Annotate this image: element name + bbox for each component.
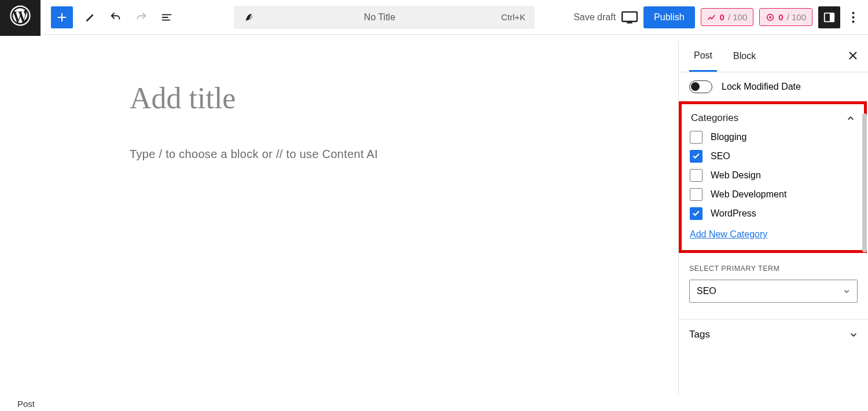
sidebar-toggle-button[interactable] bbox=[818, 6, 840, 28]
tags-title: Tags bbox=[689, 329, 710, 340]
categories-title: Categories bbox=[691, 112, 738, 124]
post-title-input[interactable]: Add title bbox=[130, 81, 562, 115]
categories-header[interactable]: Categories bbox=[690, 111, 856, 131]
seo-score-pill-2[interactable]: 0 / 100 bbox=[759, 8, 812, 26]
top-toolbar: No Title Ctrl+K Save draft Publish 0 / 1… bbox=[0, 0, 868, 35]
wordpress-icon bbox=[10, 5, 31, 26]
category-item[interactable]: Blogging bbox=[690, 131, 856, 144]
panel-icon bbox=[823, 11, 836, 24]
editor-canvas[interactable]: Add title Type / to choose a block or //… bbox=[6, 41, 678, 395]
primary-term-value: SEO bbox=[697, 286, 716, 296]
primary-term-select[interactable]: SEO bbox=[689, 280, 858, 303]
category-label: Web Design bbox=[711, 170, 761, 181]
score-value: 0 bbox=[778, 12, 783, 22]
publish-button[interactable]: Publish bbox=[643, 6, 694, 28]
svg-point-8 bbox=[852, 20, 854, 23]
feather-icon bbox=[243, 12, 253, 23]
document-overview-button[interactable] bbox=[155, 6, 178, 29]
breadcrumb[interactable]: Post bbox=[17, 396, 35, 411]
category-checkbox[interactable] bbox=[690, 169, 703, 182]
category-item[interactable]: WordPress bbox=[690, 207, 856, 220]
redo-button[interactable] bbox=[130, 6, 153, 29]
categories-panel-highlighted: Categories BloggingSEOWeb DesignWeb Deve… bbox=[679, 101, 867, 253]
category-item[interactable]: SEO bbox=[690, 150, 856, 163]
seo-score-pill-1[interactable]: 0 / 100 bbox=[701, 8, 754, 26]
sidebar-tabs: Post Block bbox=[679, 41, 868, 72]
primary-term-section: SELECT PRIMARY TERM SEO bbox=[679, 253, 868, 320]
category-checkbox[interactable] bbox=[690, 207, 703, 220]
command-shortcut: Ctrl+K bbox=[501, 12, 525, 22]
category-item[interactable]: Web Development bbox=[690, 188, 856, 201]
undo-button[interactable] bbox=[104, 6, 127, 29]
chevron-up-icon bbox=[847, 114, 855, 122]
category-item[interactable]: Web Design bbox=[690, 169, 856, 182]
svg-rect-5 bbox=[830, 13, 834, 21]
close-sidebar-button[interactable] bbox=[848, 50, 858, 63]
sidebar-scrollbar[interactable] bbox=[862, 113, 867, 252]
category-label: Web Development bbox=[711, 189, 786, 200]
post-body-placeholder[interactable]: Type / to choose a block or // to use Co… bbox=[130, 148, 562, 161]
lock-modified-toggle[interactable] bbox=[689, 80, 712, 93]
save-draft-button[interactable]: Save draft bbox=[573, 12, 616, 23]
score-value: 0 bbox=[720, 12, 724, 22]
lock-modified-label: Lock Modified Date bbox=[722, 82, 801, 92]
category-checkbox[interactable] bbox=[690, 150, 703, 163]
toolbar-left-group bbox=[41, 6, 178, 29]
toggle-knob bbox=[691, 82, 700, 91]
chevron-down-icon bbox=[849, 331, 858, 339]
target-icon bbox=[766, 13, 775, 22]
score-max: / 100 bbox=[728, 12, 747, 22]
check-icon bbox=[692, 152, 700, 160]
category-label: Blogging bbox=[711, 132, 746, 142]
category-label: SEO bbox=[711, 151, 730, 162]
plus-icon bbox=[56, 11, 68, 24]
pencil-icon bbox=[84, 11, 97, 24]
preview-button[interactable] bbox=[621, 11, 638, 24]
tags-header[interactable]: Tags bbox=[679, 320, 868, 350]
primary-term-label: SELECT PRIMARY TERM bbox=[689, 265, 858, 273]
add-block-button[interactable] bbox=[51, 6, 73, 28]
category-checkbox[interactable] bbox=[690, 131, 703, 144]
wordpress-logo-button[interactable] bbox=[0, 0, 41, 36]
tab-block[interactable]: Block bbox=[729, 41, 760, 72]
add-new-category-link[interactable]: Add New Category bbox=[690, 229, 856, 240]
dots-vertical-icon bbox=[852, 12, 855, 23]
document-title-display: No Title bbox=[264, 12, 495, 23]
chevron-down-icon bbox=[843, 288, 850, 295]
undo-icon bbox=[109, 11, 122, 24]
score-max: / 100 bbox=[787, 12, 806, 22]
svg-point-6 bbox=[852, 12, 854, 14]
settings-sidebar: Post Block Lock Modified Date Categories… bbox=[678, 41, 868, 395]
more-options-button[interactable] bbox=[846, 6, 860, 28]
trend-icon bbox=[707, 13, 716, 22]
toolbar-right-group: Save draft Publish 0 / 100 0 / 100 bbox=[573, 6, 860, 28]
category-label: WordPress bbox=[711, 208, 756, 219]
svg-rect-1 bbox=[622, 12, 637, 21]
tab-post[interactable]: Post bbox=[689, 41, 717, 72]
categories-list: BloggingSEOWeb DesignWeb DevelopmentWord… bbox=[690, 131, 856, 220]
list-icon bbox=[160, 11, 173, 24]
svg-point-3 bbox=[769, 16, 771, 19]
category-checkbox[interactable] bbox=[690, 188, 703, 201]
check-icon bbox=[692, 210, 700, 218]
lock-modified-row: Lock Modified Date bbox=[679, 72, 868, 101]
redo-icon bbox=[135, 11, 148, 24]
svg-point-7 bbox=[852, 16, 854, 19]
close-icon bbox=[848, 51, 858, 60]
edit-tools-button[interactable] bbox=[79, 6, 102, 29]
command-bar[interactable]: No Title Ctrl+K bbox=[234, 6, 535, 29]
